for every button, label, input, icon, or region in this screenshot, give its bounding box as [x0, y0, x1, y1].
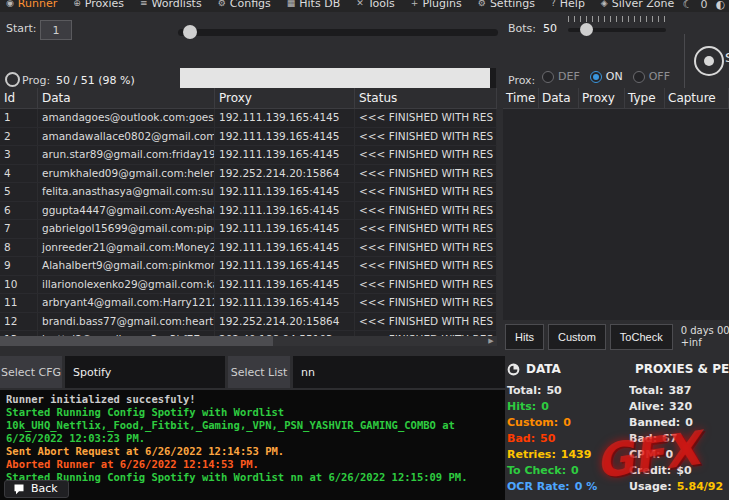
- selected-config-value[interactable]: Spotify: [65, 356, 225, 388]
- stat-value: 1439: [561, 448, 592, 461]
- proxy-mode-label: ON: [606, 70, 623, 83]
- table-row[interactable]: 10 illarionolexenko29@gmail.com:kasi 192…: [0, 276, 497, 295]
- table-row[interactable]: 8 jonreeder21@gmail.com:Money21! 192.111…: [0, 239, 497, 258]
- column-header[interactable]: Time: [503, 88, 539, 108]
- proxy-mode-option[interactable]: OFF: [633, 70, 670, 83]
- column-header[interactable]: Data: [38, 88, 215, 108]
- menu-item-label: Silver Zone: [612, 0, 674, 11]
- proxies-stats-panel: PROXIES & PE Total: 387 Alive: 320 Banne…: [629, 356, 729, 500]
- table-row[interactable]: 4 erumkhaled09@gmail.com:helenite 192.25…: [0, 165, 497, 184]
- column-header[interactable]: Capture: [665, 88, 729, 108]
- menu-item[interactable]: ▦ Hits DB: [287, 0, 340, 11]
- menu-item-label: Settings: [490, 0, 535, 11]
- table-row[interactable]: 3 arun.star89@gmail.com:friday1989 192.1…: [0, 146, 497, 165]
- selected-list-value[interactable]: nn: [293, 356, 505, 388]
- bots-value: 50: [543, 22, 557, 35]
- cell-proxy: 192.111.139.165:4145: [215, 202, 355, 220]
- menu-item[interactable]: ◉ Runner: [6, 0, 57, 11]
- column-header[interactable]: Proxy: [579, 88, 625, 108]
- proxy-mode-option[interactable]: DEF: [542, 70, 580, 83]
- scrollbar-right-arrow-icon[interactable]: ▶: [485, 336, 497, 346]
- cell-id: 4: [0, 165, 38, 183]
- menu-items: ◉ Runner ⊕ Proxies ≡ Wordlists ⚙ Configs…: [0, 0, 674, 11]
- log-line: Aborted Runner at 6/26/2022 12:14:53 PM.: [6, 458, 499, 471]
- proxy-mode-label: DEF: [558, 70, 580, 83]
- stat-value: 67: [662, 432, 677, 445]
- hits-tab-button[interactable]: Hits: [505, 324, 544, 350]
- stat-row: OCR Rate: 0 %: [507, 478, 627, 494]
- start-position-input[interactable]: [40, 20, 72, 40]
- horizontal-scrollbar[interactable]: ▶: [0, 336, 497, 346]
- table-row[interactable]: 11 arbryant4@gmail.com:Harry1212! 192.11…: [0, 294, 497, 313]
- log-line: Started Running Config Spotify with Word…: [6, 406, 499, 419]
- column-header[interactable]: Type: [625, 88, 665, 108]
- back-button[interactable]: Back: [4, 480, 69, 498]
- column-header[interactable]: Proxy: [215, 88, 355, 108]
- stat-row: Credit: $0: [629, 462, 729, 478]
- table-row[interactable]: 5 felita.anasthasya@gmail.com:sukac 192.…: [0, 183, 497, 202]
- table-row[interactable]: 2 amandawallace0802@gmail.com:am 192.111…: [0, 128, 497, 147]
- stat-label: Banned:: [629, 416, 680, 429]
- stat-row: Alive: 320: [629, 398, 729, 414]
- stat-value: 0 %: [575, 480, 598, 493]
- radio-icon: [590, 71, 602, 83]
- cell-data: arun.star89@gmail.com:friday1989: [38, 146, 215, 164]
- hits-grid-header: TimeDataProxyTypeCapture: [503, 88, 729, 109]
- cell-status: <<< FINISHED WITH RES: [355, 202, 497, 220]
- menu-item[interactable]: ⚙ Settings: [478, 0, 535, 11]
- data-panel-title: DATA: [526, 362, 561, 376]
- table-row[interactable]: 6 ggupta4447@gmail.com:Ayesha83 192.111.…: [0, 202, 497, 221]
- stat-row: Total: 387: [629, 382, 729, 398]
- position-slider-thumb[interactable]: [183, 25, 197, 39]
- cell-proxy: 192.111.139.165:4145: [215, 276, 355, 294]
- cell-id: 1: [0, 109, 38, 127]
- account-icon[interactable]: ◐: [715, 0, 725, 12]
- table-row[interactable]: 12 brandi.bass77@gmail.com:heart76 192.2…: [0, 313, 497, 332]
- bots-slider[interactable]: [568, 16, 666, 38]
- select-config-button[interactable]: Select CFG: [0, 356, 62, 388]
- menu-item[interactable]: ? Help: [551, 0, 585, 11]
- menu-item[interactable]: ⚙ Configs: [218, 0, 271, 11]
- select-list-button[interactable]: Select List: [228, 356, 290, 388]
- hits-tab-button[interactable]: ToCheck: [610, 324, 673, 350]
- stat-row: Bad: 50: [507, 430, 627, 446]
- stat-value: 387: [668, 384, 691, 397]
- cell-status: <<< FINISHED WITH RES: [355, 276, 497, 294]
- column-header[interactable]: Id: [0, 88, 38, 108]
- data-stats: Total: 50 Hits: 0 Custom: 0 Bad: 50 Retr…: [507, 382, 627, 494]
- start-button[interactable]: [694, 46, 724, 76]
- table-row[interactable]: 9 Alahalbert9@gmail.com:pinkmoney 192.11…: [0, 257, 497, 276]
- menu-item[interactable]: + Plugins: [411, 0, 462, 11]
- results-grid: IdDataProxyStatus 1 amandagoes@outlook.c…: [0, 88, 497, 346]
- cell-data: ggupta4447@gmail.com:Ayesha83: [38, 202, 215, 220]
- scrollbar-thumb[interactable]: [0, 336, 273, 346]
- cell-data: amandagoes@outlook.com:goes88: [38, 109, 215, 127]
- cell-id: 9: [0, 257, 38, 275]
- results-grid-header: IdDataProxyStatus: [0, 88, 497, 109]
- hits-tab-button[interactable]: Custom: [548, 324, 606, 350]
- column-header[interactable]: Status: [355, 88, 497, 108]
- menu-item-label: Wordlists: [152, 0, 202, 11]
- menu-item[interactable]: ✕ Tools: [356, 0, 395, 11]
- menu-item-icon: ⚙: [478, 0, 486, 11]
- menu-item[interactable]: ≡ Wordlists: [140, 0, 202, 11]
- cell-id: 6: [0, 202, 38, 220]
- bots-slider-thumb[interactable]: [580, 23, 593, 36]
- cell-status: <<< FINISHED WITH RES: [355, 239, 497, 257]
- proxy-mode-option[interactable]: ON: [590, 70, 623, 83]
- slider-ticks: [568, 16, 666, 22]
- menu-item[interactable]: ◈ Silver Zone: [601, 0, 674, 11]
- cell-id: 3: [0, 146, 38, 164]
- progress-radio-icon[interactable]: [5, 72, 20, 87]
- table-row[interactable]: 7 gabrielgol15699@gmail.com:pipop 192.11…: [0, 220, 497, 239]
- stat-label: Total:: [507, 384, 541, 397]
- menu-item[interactable]: ⊕ Proxies: [73, 0, 124, 11]
- stat-value: 5.84/92: [677, 480, 723, 493]
- cell-data: illarionolexenko29@gmail.com:kasi: [38, 276, 215, 294]
- stat-value: 50: [546, 384, 561, 397]
- position-slider-track: [178, 29, 498, 36]
- theme-moon-icon[interactable]: ☾: [683, 0, 693, 12]
- column-header[interactable]: Data: [539, 88, 579, 108]
- table-row[interactable]: 1 amandagoes@outlook.com:goes88 192.111.…: [0, 109, 497, 128]
- position-slider[interactable]: [178, 25, 498, 39]
